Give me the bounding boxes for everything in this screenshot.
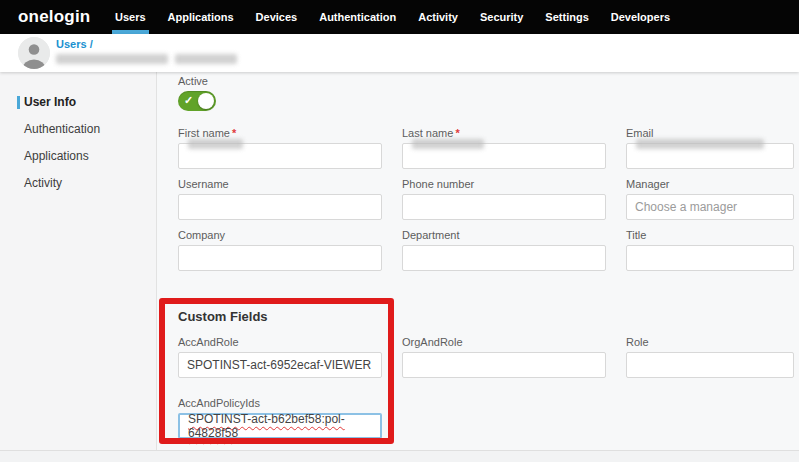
sidebar-item-applications[interactable]: Applications [0,143,156,170]
company-input[interactable] [178,245,382,271]
redacted-value-blob [188,139,243,149]
redacted-value-blob [636,139,764,149]
acc-and-role-input[interactable] [178,352,382,378]
acc-and-role-label: AccAndRole [178,336,382,348]
custom-fields-section: Custom Fields AccAndRole OrgAndRole Role [178,309,799,439]
page-bottom-strip [0,450,799,462]
onelogin-admin-app: onelogin Users Applications Devices Auth… [0,0,799,462]
custom-fields-heading: Custom Fields [178,309,799,324]
nav-item-settings[interactable]: Settings [534,0,599,34]
redacted-value-blob [412,139,484,149]
username-label: Username [178,178,382,190]
redacted-text-blob [175,54,237,64]
sidebar-item-user-info[interactable]: User Info [0,89,156,116]
first-name-label-text: First name [178,127,230,139]
nav-item-activity[interactable]: Activity [407,0,469,34]
top-nav-items: Users Applications Devices Authenticatio… [104,0,681,34]
sidebar-item-authentication[interactable]: Authentication [0,116,156,143]
content-area: User Info Authentication Applications Ac… [0,72,799,450]
title-label: Title [626,229,794,241]
check-icon: ✓ [184,94,193,107]
nav-item-authentication[interactable]: Authentication [308,0,407,34]
department-input[interactable] [402,245,606,271]
page-header: Users / [0,34,799,72]
last-name-label-text: Last name [402,127,453,139]
toggle-knob [198,93,214,109]
acc-and-policy-ids-label: AccAndPolicyIds [178,397,382,409]
email-label: Email [626,127,794,139]
nav-item-security[interactable]: Security [469,0,534,34]
manager-label: Manager [626,178,794,190]
breadcrumb[interactable]: Users / [56,38,93,50]
required-marker: * [232,127,236,139]
user-sidebar: User Info Authentication Applications Ac… [0,72,157,450]
acc-and-policy-ids-value: SPOTINST-act-b62bef58:pol-64828f58 [188,412,372,440]
acc-and-policy-ids-input[interactable]: SPOTINST-act-b62bef58:pol-64828f58 [178,413,382,439]
top-nav: onelogin Users Applications Devices Auth… [0,0,799,34]
manager-input[interactable] [626,194,794,220]
person-icon [18,37,50,69]
nav-item-users[interactable]: Users [104,0,157,34]
active-toggle[interactable]: ✓ [178,91,216,111]
first-name-label: First name* [178,127,382,139]
title-input[interactable] [626,245,794,271]
nav-item-applications[interactable]: Applications [157,0,245,34]
role-label: Role [626,336,794,348]
sidebar-item-activity[interactable]: Activity [0,170,156,197]
user-info-form: Active ✓ First name* Last name* [157,72,799,450]
user-avatar [18,37,50,69]
nav-item-devices[interactable]: Devices [245,0,309,34]
nav-item-developers[interactable]: Developers [600,0,681,34]
org-and-role-label: OrgAndRole [402,336,606,348]
breadcrumb-username-redacted [56,54,237,64]
last-name-label: Last name* [402,127,606,139]
org-and-role-input[interactable] [402,352,606,378]
required-marker: * [455,127,459,139]
phone-number-label: Phone number [402,178,606,190]
company-label: Company [178,229,382,241]
department-label: Department [402,229,606,241]
username-input[interactable] [178,194,382,220]
active-label: Active [178,75,799,87]
role-input[interactable] [626,352,794,378]
redacted-text-blob [56,54,168,64]
phone-number-input[interactable] [402,194,606,220]
onelogin-logo: onelogin [18,7,96,27]
